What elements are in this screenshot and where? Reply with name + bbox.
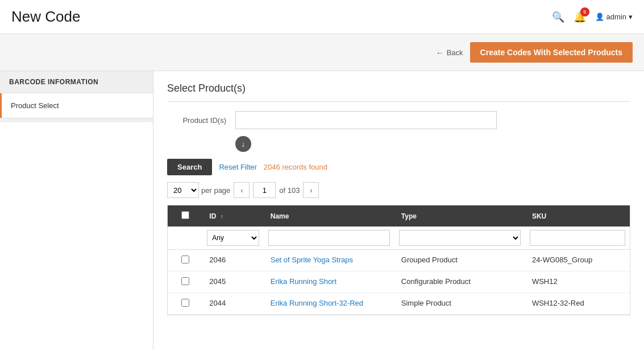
row-type-0: Grouped Product [394, 250, 525, 271]
table-filter-row: Any [168, 227, 630, 250]
toolbar: ← Back Create Codes With Selected Produc… [0, 34, 644, 71]
section-title: Select Product(s) [167, 83, 630, 102]
records-found: 2046 records found [264, 163, 327, 171]
sidebar-item-label: Product Select [11, 101, 59, 110]
name-col-header: Name [264, 205, 394, 227]
type-col-header: Type [394, 205, 525, 227]
back-arrow-icon: ← [436, 48, 443, 57]
product-id-input[interactable] [235, 111, 497, 129]
select-all-checkbox[interactable] [181, 211, 189, 219]
row-id-0: 2046 [202, 250, 263, 271]
table-row: 2045 Erika Running Short Configurable Pr… [168, 271, 630, 293]
row-checkbox-0[interactable] [181, 256, 189, 263]
page-layout: BARCODE INFORMATION Product Select Selec… [0, 71, 644, 350]
header-actions: 🔍 🔔 9 👤 admin ▾ [552, 11, 633, 23]
table-row: 2044 Erika Running Short-32-Red Simple P… [168, 293, 630, 315]
search-toolbar: Search Reset Filter 2046 records found [167, 159, 630, 175]
id-col-label: ID [209, 212, 216, 220]
admin-icon: 👤 [595, 13, 604, 21]
filter-name-col [264, 227, 394, 250]
sidebar: BARCODE INFORMATION Product Select [0, 71, 153, 350]
row-checkbox-col [168, 271, 202, 293]
filter-type-col [394, 227, 525, 250]
sidebar-item-product-select[interactable]: Product Select [0, 93, 153, 118]
row-name-0: Set of Sprite Yoga Straps [264, 250, 394, 271]
pagination: 20 30 50 100 200 per page ‹ of 103 › [167, 182, 630, 198]
next-page-button[interactable]: › [303, 182, 319, 198]
search-button[interactable]: Search [167, 159, 212, 175]
sku-col-header: SKU [525, 205, 630, 227]
id-filter-select[interactable]: Any [207, 230, 259, 246]
filter-checkbox-col [168, 227, 202, 250]
product-id-row: Product ID(s) [167, 111, 630, 129]
sidebar-section-title: BARCODE INFORMATION [0, 71, 153, 93]
table-body: 2046 Set of Sprite Yoga Straps Grouped P… [168, 250, 630, 315]
sidebar-bottom-bar [0, 118, 153, 122]
row-checkbox-col [168, 250, 202, 271]
main-content: Select Product(s) Product ID(s) ↓ Search… [153, 71, 644, 350]
admin-label: admin [606, 13, 626, 21]
product-link-0[interactable]: Set of Sprite Yoga Straps [271, 256, 353, 264]
table-row: 2046 Set of Sprite Yoga Straps Grouped P… [168, 250, 630, 271]
table-header: ID ↑ Name Type SKU Any [168, 205, 630, 250]
product-table-wrapper: ID ↑ Name Type SKU Any [167, 205, 630, 315]
row-id-1: 2045 [202, 271, 263, 293]
row-type-1: Configurable Product [394, 271, 525, 293]
page-total: of 103 [279, 186, 300, 195]
row-checkbox-1[interactable] [181, 277, 189, 285]
notification-bell[interactable]: 🔔 9 [574, 11, 586, 23]
row-sku-0: 24-WG085_Group [525, 250, 630, 271]
select-all-col [168, 205, 202, 227]
filter-id-col: Any [202, 227, 263, 250]
header: New Code 🔍 🔔 9 👤 admin ▾ [0, 0, 644, 34]
row-checkbox-col [168, 293, 202, 315]
row-name-2: Erika Running Short-32-Red [264, 293, 394, 315]
product-id-label: Product ID(s) [167, 116, 235, 125]
per-page-dropdown[interactable]: 20 30 50 100 200 [167, 182, 199, 198]
down-arrow-button[interactable]: ↓ [235, 136, 251, 152]
row-checkbox-2[interactable] [181, 299, 189, 307]
back-label: Back [447, 48, 463, 57]
product-link-2[interactable]: Erika Running Short-32-Red [271, 299, 363, 307]
filter-sku-col [525, 227, 630, 250]
row-name-1: Erika Running Short [264, 271, 394, 293]
name-filter-input[interactable] [268, 230, 390, 246]
chevron-down-icon: ▾ [629, 13, 633, 21]
per-page-label: per page [201, 186, 230, 195]
product-table: ID ↑ Name Type SKU Any [168, 205, 630, 315]
sku-filter-input[interactable] [530, 230, 625, 246]
reset-filter-link[interactable]: Reset Filter [219, 163, 256, 171]
create-codes-button[interactable]: Create Codes With Selected Products [470, 42, 633, 63]
id-sort-icon: ↑ [221, 213, 223, 220]
page-title: New Code [11, 8, 80, 26]
row-type-2: Simple Product [394, 293, 525, 315]
row-sku-1: WSH12 [525, 271, 630, 293]
type-filter-select[interactable] [399, 230, 521, 246]
row-id-2: 2044 [202, 293, 263, 315]
admin-menu[interactable]: 👤 admin ▾ [595, 13, 633, 21]
row-sku-2: WSH12-32-Red [525, 293, 630, 315]
per-page-select: 20 30 50 100 200 per page [167, 182, 230, 198]
prev-page-button[interactable]: ‹ [234, 182, 250, 198]
search-icon[interactable]: 🔍 [552, 11, 564, 23]
table-header-row: ID ↑ Name Type SKU [168, 205, 630, 227]
product-link-1[interactable]: Erika Running Short [271, 277, 336, 286]
id-col-header[interactable]: ID ↑ [202, 205, 263, 227]
back-button[interactable]: ← Back [436, 48, 463, 57]
page-number-input[interactable] [253, 182, 276, 198]
notification-badge: 9 [580, 7, 589, 17]
down-arrow-icon: ↓ [242, 139, 246, 149]
